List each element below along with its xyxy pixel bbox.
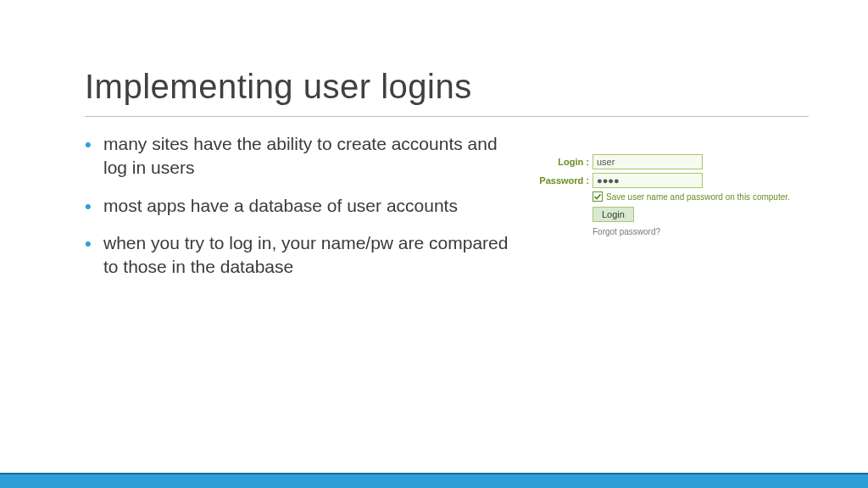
- login-input[interactable]: [593, 154, 703, 169]
- login-row: Login :: [534, 154, 809, 169]
- title-divider: [85, 116, 809, 117]
- login-form: Login : Password : Save user name and pa…: [534, 132, 809, 293]
- bullet-item: most apps have a database of user accoun…: [85, 194, 509, 218]
- footer-bar: [0, 473, 868, 488]
- login-label: Login :: [534, 157, 589, 167]
- password-label: Password :: [534, 175, 589, 186]
- checkmark-icon: [593, 192, 602, 201]
- slide-content: many sites have the ability to create ac…: [85, 132, 809, 293]
- bullet-list: many sites have the ability to create ac…: [85, 132, 509, 293]
- slide: Implementing user logins many sites have…: [0, 0, 868, 488]
- password-input[interactable]: [593, 173, 703, 188]
- save-label: Save user name and password on this comp…: [606, 192, 790, 202]
- save-row: Save user name and password on this comp…: [593, 191, 809, 202]
- forgot-password-link[interactable]: Forgot password?: [593, 227, 809, 236]
- password-row: Password :: [534, 173, 809, 188]
- bullet-item: when you try to log in, your name/pw are…: [85, 231, 509, 280]
- login-button[interactable]: Login: [593, 207, 634, 222]
- bullet-item: many sites have the ability to create ac…: [85, 132, 509, 180]
- save-checkbox[interactable]: [593, 191, 603, 202]
- slide-title: Implementing user logins: [85, 68, 809, 106]
